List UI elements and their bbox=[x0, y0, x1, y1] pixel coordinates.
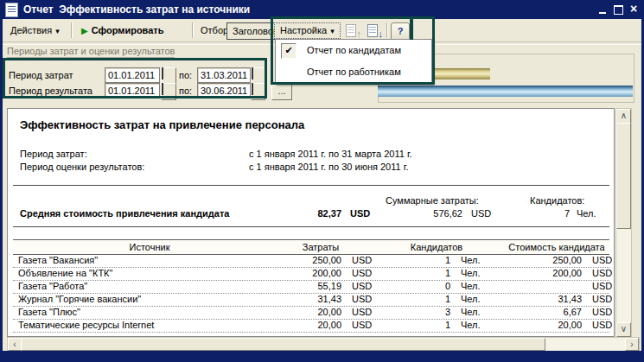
minimize-icon bbox=[599, 12, 606, 14]
chevron-up-icon: ∧ bbox=[621, 111, 627, 120]
cell-price-unit: USD bbox=[592, 293, 615, 305]
calendar-icon bbox=[162, 67, 163, 79]
report-document-icon bbox=[5, 3, 18, 17]
cell-source: Объявление на "КТК" bbox=[18, 267, 112, 279]
arrow-up-icon: ↑ bbox=[357, 29, 362, 39]
calendar-icon bbox=[162, 83, 163, 95]
toolbar-separator bbox=[71, 22, 73, 38]
maximize-button[interactable] bbox=[611, 3, 625, 16]
report-window: Отчет Эффективность затрат на источники … bbox=[0, 0, 644, 362]
decoration-bar-gold bbox=[435, 68, 490, 79]
window-title: Отчет Эффективность затрат на источники bbox=[23, 3, 250, 16]
summary-candidates-value: 7 bbox=[520, 208, 570, 219]
decoration-bar-blue bbox=[378, 86, 633, 97]
cell-cost: 20,00 bbox=[281, 306, 341, 318]
summary-candidates-unit: Чел. bbox=[577, 208, 596, 219]
table-row: Газета "Плюс" 20,00 USD 3 Чел. 6,67 USD bbox=[13, 306, 609, 320]
vertical-scrollbar-thumb[interactable] bbox=[616, 123, 631, 229]
column-header-source: Источник bbox=[13, 240, 286, 254]
horizontal-scrollbar[interactable]: ‹ › bbox=[7, 337, 640, 352]
header-button-label: Заголовок bbox=[233, 26, 277, 36]
help-button[interactable]: ? bbox=[391, 22, 410, 41]
cell-candidates-unit: Чел. bbox=[461, 319, 495, 331]
cell-candidates-unit: Чел. bbox=[461, 280, 495, 292]
cell-price-unit: USD bbox=[592, 306, 615, 318]
calendar-icon bbox=[252, 83, 253, 95]
column-header-candidates: Кандидатов bbox=[376, 240, 497, 254]
scroll-right-button[interactable]: › bbox=[625, 338, 639, 351]
column-header-cost: Затраты bbox=[272, 240, 369, 254]
scroll-down-button[interactable]: ∨ bbox=[616, 322, 631, 337]
cost-period-from-calendar-button[interactable] bbox=[161, 67, 176, 85]
cell-price-unit: USD bbox=[592, 267, 615, 279]
cost-period-to-calendar-button[interactable] bbox=[251, 67, 265, 85]
report-result-period-label: Период оценки результатов: bbox=[20, 162, 144, 173]
result-period-from-input[interactable] bbox=[105, 83, 160, 98]
result-period-to-input[interactable] bbox=[197, 83, 251, 98]
titlebar: Отчет Эффективность затрат на источники … bbox=[0, 0, 644, 19]
vertical-scrollbar[interactable]: ∧ ∨ bbox=[615, 108, 632, 338]
summary-avg-label: Средняя стоимость привлечения кандидата bbox=[20, 208, 229, 219]
close-icon: × bbox=[630, 2, 637, 16]
minimize-button[interactable] bbox=[596, 3, 609, 16]
cell-cost: 20,00 bbox=[281, 319, 341, 331]
maximize-icon bbox=[614, 5, 623, 15]
summary-avg-unit: USD bbox=[350, 208, 370, 219]
settings-label: Настройка bbox=[280, 25, 327, 35]
cell-price-unit: USD bbox=[592, 280, 615, 292]
summary-total-value: 576,62 bbox=[407, 208, 462, 219]
report-result-period-value: с 1 января 2011 г. по 30 июня 2011 г. bbox=[249, 162, 408, 173]
checkmark-icon: ✔ bbox=[281, 43, 296, 59]
settings-dropdown-menu: ✔ Отчет по кандидатам Отчет по работника… bbox=[275, 39, 432, 84]
report-divider bbox=[13, 185, 609, 186]
report-cost-period-label: Период затрат: bbox=[20, 149, 87, 160]
save-settings-button[interactable]: ↓ bbox=[366, 22, 383, 39]
scroll-up-button[interactable]: ∧ bbox=[616, 109, 631, 124]
more-options-button[interactable]: ... bbox=[271, 84, 292, 100]
horizontal-scrollbar-thumb[interactable] bbox=[21, 338, 545, 351]
column-header-price: Стоимость кандидата bbox=[494, 240, 615, 254]
to-label: по: bbox=[179, 70, 192, 81]
report-cost-period-value: с 1 января 2011 г. по 31 марта 2011 г. bbox=[249, 149, 412, 160]
cell-price: 250,00 bbox=[494, 254, 582, 266]
scroll-left-button[interactable]: ‹ bbox=[8, 338, 22, 351]
cell-candidates-unit: Чел. bbox=[461, 293, 495, 305]
cell-price: 200,00 bbox=[494, 267, 582, 279]
menu-item-report-by-candidates[interactable]: ✔ Отчет по кандидатам bbox=[276, 40, 431, 61]
cost-period-to-input[interactable] bbox=[197, 67, 251, 83]
cell-price: 20,00 bbox=[494, 319, 582, 331]
close-button[interactable]: × bbox=[627, 3, 641, 16]
cell-candidates: 1 bbox=[376, 293, 450, 305]
settings-menu-button[interactable]: Настройка▾ bbox=[274, 22, 341, 39]
cell-candidates-unit: Чел. bbox=[461, 306, 495, 318]
cell-candidates: 1 bbox=[376, 319, 450, 331]
result-period-from-calendar-button[interactable] bbox=[161, 83, 176, 100]
cost-period-label: Период затрат bbox=[9, 70, 73, 81]
cell-cost: 55,19 bbox=[281, 280, 341, 292]
save-settings-icon bbox=[367, 24, 378, 37]
actions-label: Действия bbox=[10, 25, 52, 35]
menu-item-report-by-employees[interactable]: Отчет по работникам bbox=[276, 61, 431, 83]
cell-source: Журнал "Горячие вакансии" bbox=[18, 293, 141, 305]
cell-cost: 200,00 bbox=[281, 267, 341, 279]
cell-candidates: 3 bbox=[376, 306, 450, 318]
cell-candidates-unit: Чел. bbox=[461, 254, 495, 266]
cell-source: Газета "Работа" bbox=[18, 280, 87, 292]
actions-menu-button[interactable]: Действия▾ bbox=[5, 22, 65, 39]
cost-period-from-input[interactable] bbox=[105, 67, 160, 83]
menu-item-label: Отчет по работникам bbox=[307, 61, 401, 83]
table-row: Тематические ресурсы Internet 20,00 USD … bbox=[13, 319, 609, 333]
table-row: Газета "Работа" 55,19 USD 0 Чел. USD bbox=[13, 280, 609, 294]
summary-total-unit: USD bbox=[471, 208, 491, 219]
result-period-to-calendar-button[interactable] bbox=[251, 83, 265, 100]
cell-source: Газета "Вакансия" bbox=[18, 254, 98, 266]
generate-button[interactable]: ▶Сформировать bbox=[76, 22, 169, 39]
window-border-left bbox=[0, 19, 3, 362]
cell-cost: 250,00 bbox=[281, 254, 341, 266]
cell-candidates: 1 bbox=[376, 254, 450, 266]
report-title: Эффективность затрат на привлечение перс… bbox=[20, 119, 304, 130]
play-icon: ▶ bbox=[81, 26, 88, 35]
summary-candidates-label: Кандидатов: bbox=[530, 195, 584, 206]
annotation-divider bbox=[410, 19, 413, 40]
restore-settings-button[interactable]: ↑ bbox=[344, 22, 361, 39]
